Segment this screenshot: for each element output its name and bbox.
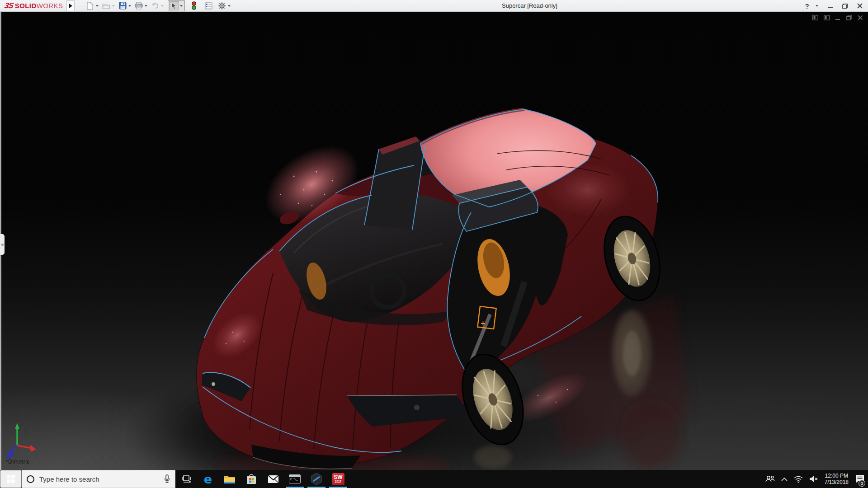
options-button[interactable]: [217, 0, 227, 11]
new-caret-icon[interactable]: [96, 5, 99, 7]
tray-wifi-button[interactable]: [791, 470, 806, 488]
options-caret-icon[interactable]: [228, 5, 231, 7]
undo-button-disabled[interactable]: [150, 0, 160, 11]
standard-toolbar: [85, 0, 233, 12]
tray-chevron-button[interactable]: [778, 470, 791, 488]
solidworks-2017-icon: SW 2017: [332, 473, 344, 485]
taskbar-solidworks-visualize[interactable]: [306, 470, 327, 488]
graphics-area[interactable]: *Dimetric: [0, 12, 868, 470]
titlebar: 3S SOLIDWORKS: [0, 0, 868, 12]
brand-solid: SOLID: [15, 2, 37, 9]
new-document-button[interactable]: [85, 0, 95, 11]
close-icon: [857, 3, 863, 9]
file-explorer-icon: [224, 474, 236, 484]
window-controls: ?: [803, 0, 865, 12]
print-icon: [135, 2, 143, 9]
ds-logo-icon: 3S: [4, 1, 14, 10]
open-caret-icon: [112, 5, 115, 7]
tray-volume-button[interactable]: [806, 470, 821, 488]
undo-caret-icon: [161, 5, 164, 7]
windows-logo-icon: [7, 475, 15, 483]
taskbar-store[interactable]: [241, 470, 262, 488]
open-folder-icon: [102, 3, 110, 9]
undo-arrow-icon: [151, 2, 159, 9]
select-caret-icon[interactable]: [180, 5, 183, 7]
supercar-model[interactable]: [0, 12, 868, 470]
orientation-triad[interactable]: [6, 423, 36, 459]
tray-clock[interactable]: 12:00 PM 7/13/2018: [821, 470, 852, 488]
start-button[interactable]: [0, 470, 22, 488]
taskbar: e C:\_: [0, 470, 868, 488]
system-tray: 12:00 PM 7/13/2018 3: [762, 470, 868, 488]
task-view-icon: [181, 475, 191, 483]
taskbar-mail[interactable]: [262, 470, 284, 488]
play-right-icon: [69, 4, 72, 8]
people-icon: [765, 475, 775, 483]
select-tool-group: [168, 0, 185, 11]
microphone-icon[interactable]: [164, 474, 170, 483]
minimize-button[interactable]: [825, 0, 835, 11]
solidworks-logo: 3S SOLIDWORKS: [0, 0, 66, 12]
print-caret-icon[interactable]: [145, 5, 147, 7]
mail-icon: [268, 475, 279, 483]
print-button[interactable]: [133, 0, 144, 11]
save-floppy-icon: [119, 2, 127, 9]
brand-works: WORKS: [37, 2, 63, 9]
restore-button[interactable]: [840, 0, 850, 11]
tray-people-button[interactable]: [762, 470, 778, 488]
cursor-arrow-icon: [171, 2, 177, 9]
volume-muted-icon: [809, 475, 818, 483]
restore-icon: [842, 4, 848, 9]
microsoft-store-icon: [246, 474, 257, 484]
tray-action-center-button[interactable]: 3: [852, 470, 868, 488]
help-button[interactable]: ?: [803, 0, 811, 11]
save-caret-icon[interactable]: [128, 5, 131, 7]
tray-time: 12:00 PM: [825, 473, 849, 479]
taskbar-solidworks-2017[interactable]: SW 2017: [327, 470, 349, 488]
view-orientation-label: *Dimetric: [6, 458, 30, 465]
traffic-light-icon: [191, 1, 197, 10]
edge-icon: e: [204, 473, 212, 485]
new-document-icon: [86, 2, 94, 10]
rebuild-button[interactable]: [189, 0, 199, 11]
taskbar-task-view[interactable]: [175, 470, 197, 488]
help-icon: ?: [805, 2, 809, 10]
document-title: Supercar [Read-only]: [502, 0, 557, 12]
notification-badge: 3: [859, 480, 865, 487]
save-button[interactable]: [117, 0, 128, 11]
tray-date: 7/13/2018: [825, 479, 849, 485]
taskbar-search[interactable]: [22, 470, 175, 488]
chevron-up-icon: [781, 477, 788, 481]
taskbar-command-prompt[interactable]: C:\_: [284, 470, 306, 488]
properties-list-icon: [205, 2, 212, 9]
taskbar-file-explorer[interactable]: [219, 470, 241, 488]
toolbar-flyout-button[interactable]: [66, 0, 75, 11]
taskbar-edge[interactable]: e: [197, 470, 219, 488]
visualize-hexagon-icon: [311, 473, 322, 485]
help-caret-icon[interactable]: [816, 5, 818, 7]
search-input[interactable]: [39, 475, 159, 483]
wifi-icon: [794, 476, 803, 483]
open-button-disabled[interactable]: [101, 0, 112, 11]
gear-icon: [218, 2, 226, 10]
close-button[interactable]: [854, 0, 865, 11]
task-pane-button[interactable]: [203, 0, 214, 11]
cortana-icon: [27, 475, 34, 483]
select-tool-button[interactable]: [169, 1, 179, 10]
command-prompt-icon: C:\_: [289, 474, 301, 483]
minimize-icon: [828, 7, 833, 8]
